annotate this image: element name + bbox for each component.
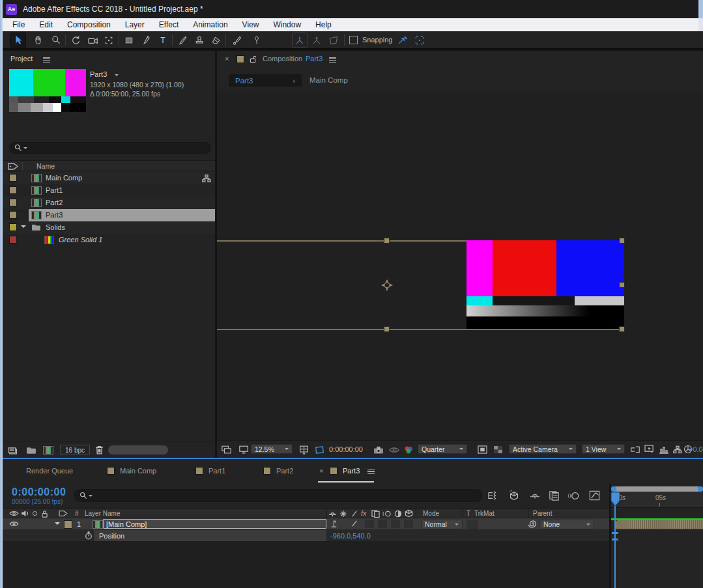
interpret-footage-icon[interactable] <box>8 445 20 455</box>
menu-layer[interactable]: Layer <box>118 18 152 31</box>
roto-brush-tool[interactable] <box>229 33 245 48</box>
project-panel-title[interactable]: Project <box>10 55 33 63</box>
menu-edit[interactable]: Edit <box>32 18 60 31</box>
adjustment-column-icon[interactable] <box>394 510 402 518</box>
name-column-header[interactable]: Name <box>36 162 55 170</box>
motion-blur-icon[interactable] <box>568 491 580 501</box>
project-search-input[interactable] <box>9 142 211 154</box>
project-item-green-solid[interactable]: Green Solid 1 <box>3 234 215 246</box>
bbox-handle-mid-right[interactable] <box>619 282 625 288</box>
bbox-handle-top-right[interactable] <box>619 238 625 244</box>
label-swatch[interactable] <box>9 186 17 194</box>
layer-label-swatch[interactable] <box>64 520 72 529</box>
layer-row-main-comp[interactable]: 1 [Main Comp] Normal None <box>3 518 609 530</box>
resolution-dropdown[interactable]: Quarter <box>418 444 467 454</box>
layer-switch-cell[interactable] <box>391 520 400 528</box>
grid-guides-icon[interactable] <box>299 445 309 455</box>
menu-window[interactable]: Window <box>266 18 308 31</box>
view-axis-mode-button[interactable] <box>326 33 341 48</box>
video-column-icon[interactable] <box>9 510 19 517</box>
layer-quality-switch-icon[interactable] <box>351 520 358 527</box>
frame-blending-icon[interactable] <box>549 490 560 501</box>
trkmat-cell[interactable] <box>466 520 478 529</box>
property-name[interactable]: Position <box>99 532 124 540</box>
snapping-checkbox[interactable] <box>349 36 358 44</box>
anchor-point-icon[interactable] <box>380 279 394 292</box>
timeline-tab-menu-icon[interactable] <box>367 469 375 474</box>
zoom-tool[interactable] <box>48 33 64 48</box>
hide-shy-layers-icon[interactable] <box>529 490 541 501</box>
mode-column[interactable]: Mode <box>423 510 439 517</box>
solo-column-icon[interactable] <box>33 511 37 516</box>
new-composition-icon[interactable] <box>43 446 53 455</box>
menu-effect[interactable]: Effect <box>152 18 186 31</box>
camera-tool[interactable] <box>85 33 101 48</box>
tab-part1[interactable]: Part1 <box>208 467 225 475</box>
layer-switch-cell[interactable] <box>378 520 387 528</box>
preview-item-name[interactable]: Part3 <box>90 70 107 78</box>
comp-layer-image[interactable] <box>466 240 624 329</box>
primary-viewer-icon[interactable] <box>238 445 249 455</box>
transparency-grid-icon[interactable] <box>493 445 503 454</box>
project-panel-menu-icon[interactable] <box>43 57 50 63</box>
tab-render-queue[interactable]: Render Queue <box>26 467 73 475</box>
parent-column[interactable]: Parent <box>533 510 552 517</box>
tab-main-comp[interactable]: Main Comp <box>120 467 156 475</box>
time-ruler[interactable]: 00s 05s <box>611 492 703 508</box>
fast-previews-icon[interactable] <box>644 445 654 454</box>
audio-column-icon[interactable] <box>21 510 29 517</box>
tab-part3-active[interactable]: Part3 <box>343 467 360 475</box>
label-swatch[interactable] <box>9 223 17 231</box>
view-layout-camera-dropdown[interactable]: Active Camera <box>509 444 577 454</box>
comp-label-swatch[interactable] <box>237 55 244 63</box>
folder-expand-triangle-icon[interactable] <box>21 225 26 231</box>
work-area-end-handle[interactable] <box>698 486 703 492</box>
rotation-tool[interactable] <box>68 33 83 48</box>
t-column[interactable]: T <box>466 510 470 517</box>
menu-file[interactable]: File <box>5 18 32 31</box>
share-view-icon[interactable] <box>630 445 640 454</box>
brush-tool[interactable] <box>175 33 190 48</box>
puppet-pin-tool[interactable] <box>249 33 265 48</box>
stopwatch-icon[interactable] <box>85 531 93 540</box>
project-item-part3-selected[interactable]: Part3 <box>3 209 215 221</box>
graph-editor-icon[interactable] <box>589 490 600 501</box>
world-axis-mode-button[interactable] <box>309 33 324 48</box>
comp-tab-close[interactable]: × <box>225 55 229 63</box>
menu-composition[interactable]: Composition <box>60 18 118 31</box>
comp-flowchart-icon[interactable] <box>673 445 682 454</box>
local-axis-mode-button[interactable] <box>292 33 308 48</box>
menu-view[interactable]: View <box>235 18 266 31</box>
project-item-solids-folder[interactable]: Solids <box>3 221 215 234</box>
search-options-chevron-icon[interactable] <box>89 495 93 499</box>
project-panel-scrollbar[interactable] <box>108 445 168 455</box>
layer-number-column[interactable]: # <box>75 510 79 517</box>
menu-help[interactable]: Help <box>308 18 339 31</box>
collapse-column-icon[interactable] <box>339 510 347 518</box>
bbox-handle-bottom-center[interactable] <box>384 326 390 332</box>
blend-mode-dropdown[interactable]: Normal <box>421 520 463 529</box>
eraser-tool[interactable] <box>208 33 224 48</box>
show-snapshot-icon[interactable] <box>389 446 399 454</box>
layer-name-cell[interactable]: [Main Comp] <box>103 519 326 529</box>
always-preview-icon[interactable] <box>222 445 232 455</box>
property-row-position[interactable]: Position -960.0,540.0 <box>3 530 609 542</box>
shy-column-icon[interactable] <box>328 510 337 518</box>
preview-name-dropdown-icon[interactable] <box>115 74 119 78</box>
layer-visibility-eye-icon[interactable] <box>9 520 19 527</box>
label-swatch[interactable] <box>9 211 17 219</box>
label-swatch[interactable] <box>9 199 17 206</box>
timeline-button-icon[interactable] <box>659 445 669 454</box>
breadcrumb-current-tab[interactable]: Part3 ‹ <box>229 74 302 87</box>
threed-column-icon[interactable] <box>405 509 413 518</box>
label-swatch[interactable] <box>9 236 17 244</box>
breadcrumb-parent[interactable]: Main Comp <box>309 76 348 84</box>
bbox-handle-top-center[interactable] <box>384 238 390 244</box>
clone-stamp-tool[interactable] <box>192 33 207 48</box>
menu-animation[interactable]: Animation <box>186 18 235 31</box>
selection-tool[interactable] <box>10 33 26 48</box>
magnification-dropdown[interactable]: 12.5% <box>251 444 293 454</box>
mask-visibility-icon[interactable] <box>314 445 324 455</box>
unlock-icon[interactable] <box>250 55 257 63</box>
snapshot-camera-icon[interactable] <box>373 446 384 455</box>
